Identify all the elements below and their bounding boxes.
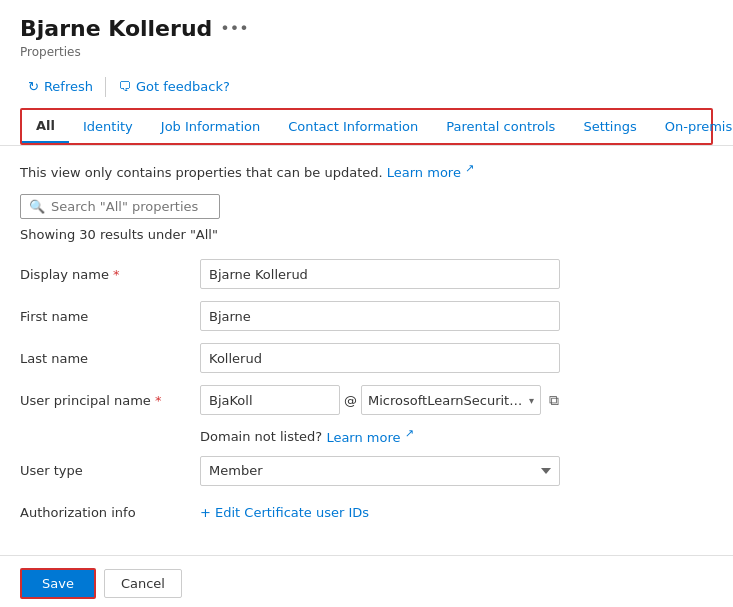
refresh-button[interactable]: ↻ Refresh [20,75,101,98]
feedback-button[interactable]: 🗨 Got feedback? [110,75,238,98]
header-title-row: Bjarne Kollerud ••• [20,16,713,41]
search-icon: 🔍 [29,199,45,214]
domain-selector[interactable]: MicrosoftLearnSecurity... ▾ [361,385,541,415]
last-name-row: Last name [20,342,713,374]
edit-certificate-link[interactable]: + Edit Certificate user IDs [200,505,369,520]
tabs-row: All Identity Job Information Contact Inf… [20,108,713,145]
first-name-row: First name [20,300,713,332]
upn-required: * [155,393,162,408]
display-name-input[interactable] [200,259,560,289]
feedback-icon: 🗨 [118,79,131,94]
user-type-row: User type Member Guest [20,455,713,487]
user-type-label: User type [20,463,200,478]
display-name-label: Display name * [20,267,200,282]
page-title: Bjarne Kollerud [20,16,212,41]
content-area: This view only contains properties that … [0,146,733,555]
upn-input-group: @ MicrosoftLearnSecurity... ▾ ⧉ [200,385,563,415]
edit-certificate-label: + Edit Certificate user IDs [200,505,369,520]
cancel-button[interactable]: Cancel [104,569,182,598]
tab-all[interactable]: All [22,110,69,143]
upn-prefix-input[interactable] [200,385,340,415]
tab-parental-controls[interactable]: Parental controls [432,110,569,143]
last-name-input[interactable] [200,343,560,373]
info-banner: This view only contains properties that … [20,162,713,180]
info-text: This view only contains properties that … [20,165,383,180]
external-link-icon: ↗ [465,162,474,175]
page-container: Bjarne Kollerud ••• Properties ↻ Refresh… [0,0,733,607]
search-input[interactable] [51,199,211,214]
display-name-required: * [113,267,120,282]
upn-row: User principal name * @ MicrosoftLearnSe… [20,384,713,416]
search-box: 🔍 [20,194,220,219]
more-options-icon[interactable]: ••• [220,19,248,38]
tab-contact-information[interactable]: Contact Information [274,110,432,143]
toolbar: ↻ Refresh 🗨 Got feedback? [20,69,713,104]
refresh-label: Refresh [44,79,93,94]
feedback-label: Got feedback? [136,79,230,94]
copy-upn-button[interactable]: ⧉ [545,390,563,411]
display-name-row: Display name * [20,258,713,290]
domain-value: MicrosoftLearnSecurity... [368,393,525,408]
header-subtitle: Properties [20,45,713,59]
auth-info-row: Authorization info + Edit Certificate us… [20,497,713,529]
tab-on-premises[interactable]: On-premises [651,110,733,143]
results-label: Showing 30 results under "All" [20,227,713,242]
save-button[interactable]: Save [20,568,96,599]
tab-identity[interactable]: Identity [69,110,147,143]
footer: Save Cancel [0,555,733,607]
domain-note: Domain not listed? Learn more ↗ [20,426,713,444]
at-symbol: @ [344,393,357,408]
domain-external-link-icon: ↗ [405,426,414,439]
header: Bjarne Kollerud ••• Properties ↻ Refresh… [0,0,733,146]
toolbar-divider [105,77,106,97]
learn-more-link[interactable]: Learn more ↗ [387,165,475,180]
copy-icon: ⧉ [549,392,559,408]
first-name-input[interactable] [200,301,560,331]
upn-label: User principal name * [20,393,200,408]
domain-learn-more-link[interactable]: Learn more ↗ [326,430,414,445]
tab-job-information[interactable]: Job Information [147,110,274,143]
refresh-icon: ↻ [28,79,39,94]
auth-info-label: Authorization info [20,505,200,520]
last-name-label: Last name [20,351,200,366]
first-name-label: First name [20,309,200,324]
user-type-select[interactable]: Member Guest [200,456,560,486]
chevron-down-icon: ▾ [529,395,534,406]
tab-settings[interactable]: Settings [569,110,650,143]
